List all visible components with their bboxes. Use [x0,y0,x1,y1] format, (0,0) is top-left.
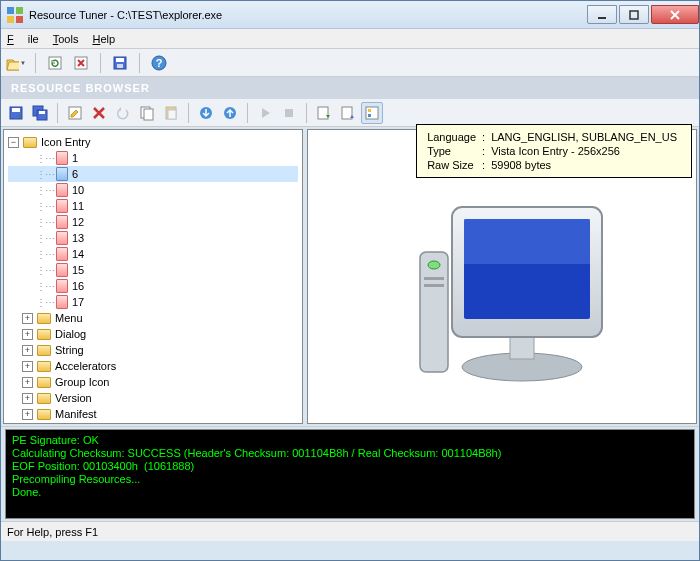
tree-leaf[interactable]: ⋮⋯16 [8,278,298,294]
output-console: PE Signature: OK Calculating Checksum: S… [5,429,695,519]
menu-tools[interactable]: Tools [53,33,79,45]
icon-entry-icon [56,279,68,293]
save-all-button[interactable] [29,102,51,124]
svg-rect-27 [342,107,352,119]
tree-leaf[interactable]: ⋮⋯6 [8,166,298,182]
export-button[interactable] [313,102,335,124]
refresh-button[interactable] [44,52,66,74]
folder-icon [37,393,51,404]
import-button[interactable] [337,102,359,124]
app-icon [7,7,23,23]
svg-rect-2 [7,16,14,23]
paste-button[interactable] [160,102,182,124]
svg-rect-3 [16,16,23,23]
up-button[interactable] [219,102,241,124]
window-title: Resource Tuner - C:\TEST\explorer.exe [29,9,585,21]
svg-rect-22 [168,110,176,119]
tree-leaf[interactable]: ⋮⋯11 [8,198,298,214]
icon-entry-icon [56,263,68,277]
icon-entry-icon [56,167,68,181]
tree-folder[interactable]: +Version [8,390,298,406]
svg-rect-1 [16,7,23,14]
play-button[interactable] [254,102,276,124]
tree-leaf[interactable]: ⋮⋯15 [8,262,298,278]
resource-toolbar [1,99,699,127]
menu-help[interactable]: Help [92,33,115,45]
undo-button[interactable] [112,102,134,124]
tree-leaf[interactable]: ⋮⋯12 [8,214,298,230]
svg-rect-26 [318,107,328,119]
folder-icon [37,345,51,356]
copy-button[interactable] [136,102,158,124]
edit-button[interactable] [64,102,86,124]
svg-rect-5 [630,11,638,19]
properties-button[interactable] [361,102,383,124]
delete-button[interactable] [88,102,110,124]
open-button[interactable]: ▼ [5,52,27,74]
close-file-button[interactable] [70,52,92,74]
save-resource-button[interactable] [5,102,27,124]
tree-folder[interactable]: +Manifest [8,406,298,422]
folder-icon [37,313,51,324]
menu-file[interactable]: File [7,33,39,45]
svg-rect-9 [116,58,124,62]
svg-rect-0 [7,7,14,14]
info-tooltip: Language:LANG_ENGLISH, SUBLANG_EN_US Typ… [416,124,692,178]
help-button[interactable]: ? [148,52,170,74]
svg-rect-20 [144,109,153,120]
minimize-button[interactable] [587,5,617,24]
icon-entry-icon [56,151,68,165]
tree-folder[interactable]: +Accelerators [8,358,298,374]
status-bar: For Help, press F1 [1,521,699,541]
svg-rect-39 [424,284,444,287]
tree-folder[interactable]: +String [8,342,298,358]
tree-leaf[interactable]: ⋮⋯1 [8,150,298,166]
svg-rect-10 [117,64,123,68]
folder-icon [23,137,37,148]
resource-tree[interactable]: −Icon Entry⋮⋯1⋮⋯6⋮⋯10⋮⋯11⋮⋯12⋮⋯13⋮⋯14⋮⋯1… [3,129,303,424]
maximize-button[interactable] [619,5,649,24]
stop-button[interactable] [278,102,300,124]
svg-rect-4 [598,17,606,19]
svg-rect-30 [368,114,371,117]
icon-preview-image [382,157,622,397]
icon-entry-icon [56,183,68,197]
icon-entry-icon [56,231,68,245]
svg-point-37 [428,261,440,269]
svg-rect-14 [12,108,20,112]
down-button[interactable] [195,102,217,124]
menubar: File Tools Help [1,29,699,49]
save-button[interactable] [109,52,131,74]
close-button[interactable] [651,5,699,24]
folder-icon [37,361,51,372]
tree-leaf[interactable]: ⋮⋯13 [8,230,298,246]
svg-rect-17 [39,111,45,114]
tree-leaf[interactable]: ⋮⋯14 [8,246,298,262]
tree-folder[interactable]: +Menu [8,310,298,326]
svg-rect-35 [464,219,590,264]
tree-folder[interactable]: +Dialog [8,326,298,342]
svg-rect-29 [368,109,371,112]
svg-text:?: ? [156,57,163,69]
icon-entry-icon [56,215,68,229]
icon-entry-icon [56,295,68,309]
svg-rect-38 [424,277,444,280]
folder-icon [37,329,51,340]
icon-entry-icon [56,247,68,261]
svg-rect-32 [510,337,534,359]
svg-rect-36 [420,252,448,372]
folder-icon [37,409,51,420]
main-toolbar: ▼ ? [1,49,699,77]
folder-icon [37,377,51,388]
titlebar: Resource Tuner - C:\TEST\explorer.exe [1,1,699,29]
tree-leaf[interactable]: ⋮⋯10 [8,182,298,198]
icon-entry-icon [56,199,68,213]
tree-root[interactable]: −Icon Entry [8,134,298,150]
svg-rect-25 [285,109,293,117]
section-header: RESOURCE BROWSER [1,77,699,99]
tree-leaf[interactable]: ⋮⋯17 [8,294,298,310]
tree-folder[interactable]: +Group Icon [8,374,298,390]
svg-rect-28 [366,107,378,119]
